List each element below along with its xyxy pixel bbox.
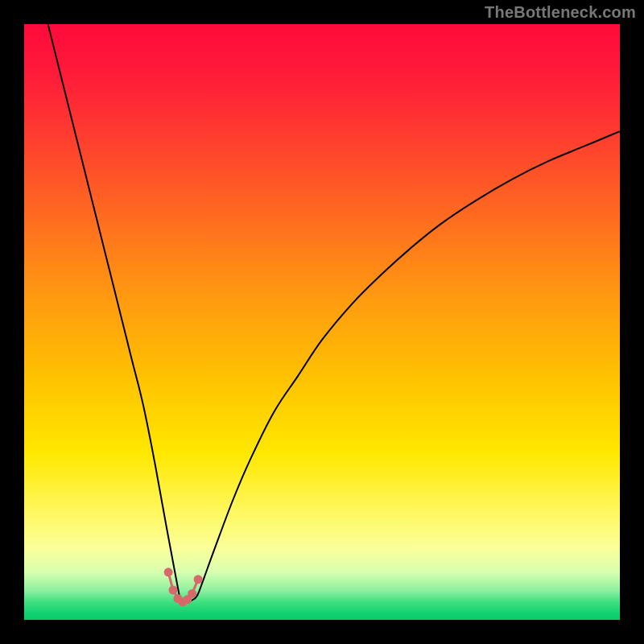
chart-plot-area (24, 24, 620, 620)
near-minimum-dot (188, 589, 196, 598)
near-minimum-dot (169, 586, 178, 595)
near-minimum-dots-group (164, 568, 203, 606)
near-minimum-dot (194, 575, 203, 584)
near-minimum-dot (164, 568, 173, 576)
chart-svg (24, 24, 620, 620)
watermark-text: TheBottleneck.com (485, 3, 636, 22)
bottleneck-curve (48, 24, 620, 603)
